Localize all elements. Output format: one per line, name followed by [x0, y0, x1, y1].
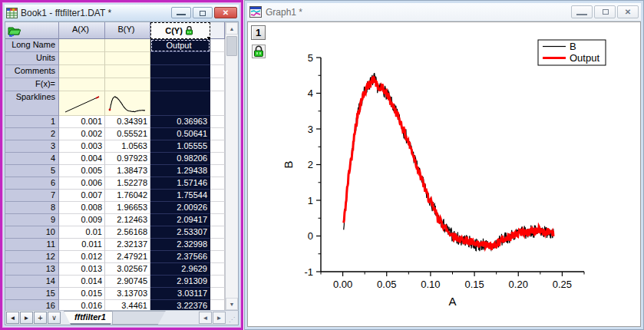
cell-a-6[interactable]: 0.006 [59, 177, 105, 190]
cell-b-2[interactable]: 0.55521 [105, 128, 150, 140]
cell-a-15[interactable]: 0.015 [59, 288, 105, 300]
meta-cell-c-0[interactable]: Output [150, 39, 210, 52]
cell-b-1[interactable]: 0.34391 [105, 116, 150, 128]
meta-cell-b-2[interactable] [105, 65, 150, 78]
cell-b-9[interactable]: 2.12463 [105, 214, 150, 226]
book-close-button[interactable]: ✕ [214, 7, 237, 18]
x-axis-title[interactable]: A [448, 295, 456, 308]
cell-c-3[interactable]: 1.05555 [150, 140, 210, 153]
cell-a-5[interactable]: 0.005 [59, 165, 105, 177]
book-minimize-button[interactable] [171, 7, 191, 18]
cell-b-11[interactable]: 2.32137 [105, 239, 150, 251]
row-label-0[interactable]: Long Name [5, 39, 59, 52]
cell-a-3[interactable]: 0.003 [59, 140, 105, 153]
meta-cell-a-3[interactable] [59, 78, 105, 91]
row-number-2[interactable]: 2 [5, 128, 59, 140]
cell-b-8[interactable]: 1.96653 [105, 202, 150, 214]
meta-cell-b-3[interactable] [105, 78, 150, 91]
row-label-3[interactable]: F(x)= [5, 78, 59, 91]
sheet-nav-next-button[interactable]: ► [20, 312, 33, 324]
row-number-9[interactable]: 9 [5, 214, 59, 226]
cell-c-12[interactable]: 2.37566 [150, 251, 210, 263]
graph-close-button[interactable]: ✕ [617, 5, 639, 18]
cell-b-4[interactable]: 0.97923 [105, 153, 150, 165]
legend[interactable]: BOutput [538, 40, 606, 65]
meta-cell-c-2[interactable] [150, 65, 210, 78]
book-titlebar[interactable]: Book1 - fftfilter1.DAT * ✕ [5, 5, 239, 21]
cell-a-14[interactable]: 0.014 [59, 276, 105, 288]
cell-b-14[interactable]: 2.90745 [105, 276, 150, 288]
cell-a-11[interactable]: 0.011 [59, 239, 105, 251]
row-number-11[interactable]: 11 [5, 239, 59, 251]
cell-a-13[interactable]: 0.013 [59, 263, 105, 276]
scroll-right-icon[interactable]: ► [213, 312, 226, 324]
row-number-13[interactable]: 13 [5, 263, 59, 276]
row-number-15[interactable]: 15 [5, 288, 59, 300]
cell-b-15[interactable]: 3.13703 [105, 288, 150, 300]
select-all-corner-cell[interactable] [5, 22, 59, 39]
cell-b-13[interactable]: 3.02567 [105, 263, 150, 276]
meta-cell-c-4[interactable] [150, 91, 210, 116]
cell-b-7[interactable]: 1.76042 [105, 190, 150, 202]
cell-b-6[interactable]: 1.52278 [105, 177, 150, 190]
meta-cell-a-1[interactable] [59, 52, 105, 65]
row-number-3[interactable]: 3 [5, 140, 59, 153]
fill-handle[interactable] [207, 37, 210, 39]
row-number-10[interactable]: 10 [5, 226, 59, 239]
cell-a-2[interactable]: 0.002 [59, 128, 105, 140]
cell-a-1[interactable]: 0.001 [59, 116, 105, 128]
cell-a-10[interactable]: 0.01 [59, 226, 105, 239]
row-number-6[interactable]: 6 [5, 177, 59, 190]
meta-cell-b-1[interactable] [105, 52, 150, 65]
row-label-1[interactable]: Units [5, 52, 59, 65]
y-axis-title[interactable]: B [282, 160, 295, 168]
cell-b-12[interactable]: 2.47921 [105, 251, 150, 263]
cell-c-13[interactable]: 2.9629 [150, 263, 210, 276]
cell-a-7[interactable]: 0.007 [59, 190, 105, 202]
row-number-5[interactable]: 5 [5, 165, 59, 177]
cell-c-11[interactable]: 2.32998 [150, 239, 210, 251]
cell-c-9[interactable]: 2.09417 [150, 214, 210, 226]
column-header-a[interactable]: A(X) [59, 22, 105, 39]
cell-c-16[interactable]: 3.22376 [150, 300, 210, 310]
meta-cell-b-0[interactable] [105, 39, 150, 52]
cell-c-1[interactable]: 0.36963 [150, 116, 210, 128]
cell-a-4[interactable]: 0.004 [59, 153, 105, 165]
cell-c-4[interactable]: 0.98206 [150, 153, 210, 165]
add-sheet-button[interactable]: + [34, 312, 47, 324]
meta-cell-a-0[interactable] [59, 39, 105, 52]
cell-a-12[interactable]: 0.012 [59, 251, 105, 263]
graph-restore-button[interactable] [594, 5, 616, 18]
cell-c-7[interactable]: 1.75544 [150, 190, 210, 202]
row-label-4[interactable]: Sparklines [5, 91, 59, 116]
vertical-scroll-thumb[interactable] [226, 36, 237, 56]
sheet-tab-fftfilter1[interactable]: fftfilter1 [64, 311, 118, 325]
scroll-down-icon[interactable]: ▼ [226, 298, 238, 310]
row-number-1[interactable]: 1 [5, 116, 59, 128]
cell-c-15[interactable]: 3.03117 [150, 288, 210, 300]
plot-area[interactable]: 543210-10.000.050.100.150.200.25ABBOutpu… [248, 22, 641, 327]
horizontal-scrollbar[interactable]: ◄ ► ⋰ [166, 311, 238, 325]
vertical-scroll-track[interactable] [226, 35, 238, 298]
meta-cell-b-4[interactable] [105, 91, 150, 116]
graph-minimize-button[interactable] [571, 5, 593, 18]
meta-cell-c-3[interactable] [150, 78, 210, 91]
vertical-scrollbar[interactable]: ▲ ▼ [225, 22, 238, 310]
row-label-2[interactable]: Comments [5, 65, 59, 78]
book-restore-button[interactable] [193, 7, 213, 18]
row-number-4[interactable]: 4 [5, 153, 59, 165]
cell-c-8[interactable]: 2.00926 [150, 202, 210, 214]
cell-a-16[interactable]: 0.016 [59, 300, 105, 310]
column-header-b[interactable]: B(Y) [105, 22, 150, 39]
sheet-list-button[interactable]: ∨ [48, 312, 61, 324]
cell-b-3[interactable]: 1.0563 [105, 140, 150, 153]
row-number-8[interactable]: 8 [5, 202, 59, 214]
row-number-7[interactable]: 7 [5, 190, 59, 202]
graph-titlebar[interactable]: Graph1 * ✕ [247, 3, 641, 21]
row-number-16[interactable]: 16 [5, 300, 59, 310]
sheet-nav-prev-button[interactable]: ◄ [6, 312, 19, 324]
cell-b-16[interactable]: 3.4461 [105, 300, 150, 310]
cell-c-5[interactable]: 1.29438 [150, 165, 210, 177]
cell-b-10[interactable]: 2.56168 [105, 226, 150, 239]
cell-a-9[interactable]: 0.009 [59, 214, 105, 226]
